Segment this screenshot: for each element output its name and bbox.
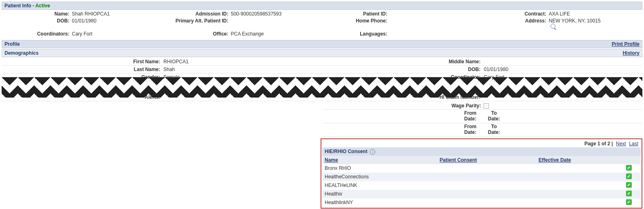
consent-patient-consent bbox=[437, 164, 536, 173]
value-home-phone bbox=[389, 18, 390, 30]
value-address: NEW YORK, NY, 10015 bbox=[548, 18, 601, 30]
consent-row: HealthlinkNY bbox=[322, 198, 641, 207]
profile-header: Profile Print Profile bbox=[2, 40, 642, 48]
to-date-1: ToDate: bbox=[488, 111, 500, 122]
history-link[interactable]: History bbox=[623, 50, 640, 56]
label-admission-id: Admission ID: bbox=[163, 11, 230, 17]
value-dob-2: 01/01/1980 bbox=[482, 66, 642, 73]
from-date-1: FromDate: bbox=[464, 111, 477, 122]
wage-parity-row: Wage Parity: bbox=[322, 102, 643, 110]
consent-row: Healthix bbox=[322, 190, 641, 198]
consent-row: HealtheConnections bbox=[322, 173, 641, 181]
consent-patient-consent bbox=[437, 173, 536, 181]
edit-icon[interactable] bbox=[626, 191, 632, 196]
patient-info-header: Patient Info - Active bbox=[2, 2, 642, 10]
value-coordinators: Cary Fort bbox=[71, 31, 92, 37]
patient-info-row-2: DOB: 01/01/1980 Primary Alt. Patient ID:… bbox=[2, 17, 642, 30]
info-col-dob: DOB: 01/01/1980 bbox=[4, 18, 163, 30]
edit-icon[interactable] bbox=[626, 173, 632, 179]
label-patient-id: Patient ID: bbox=[322, 11, 389, 17]
col-name[interactable]: Name bbox=[322, 156, 437, 164]
label-wage-parity: Wage Parity: bbox=[322, 103, 484, 109]
consent-effective-date bbox=[536, 181, 624, 190]
value-patient-id bbox=[389, 11, 390, 17]
edit-icon[interactable] bbox=[626, 165, 632, 171]
date-pair-1: FromDate: ToDate: bbox=[322, 110, 643, 123]
value-last-name: Shah bbox=[162, 66, 322, 73]
date-pair-2: FromDate: ToDate: bbox=[322, 123, 643, 137]
value-name: Shah RHIOPCA1 bbox=[71, 11, 110, 17]
info-col-home-phone: Home Phone: bbox=[322, 18, 481, 30]
info-col-blank bbox=[481, 31, 640, 37]
demographics-title: Demographics bbox=[4, 50, 38, 56]
value-contract: AXA LIFE bbox=[548, 11, 570, 17]
label-home-phone: Home Phone: bbox=[322, 18, 389, 30]
to-date-2: ToDate: bbox=[488, 124, 500, 136]
info-col-contract: Contract: AXA LIFE bbox=[481, 11, 640, 17]
pager-page: 1 of 2 bbox=[597, 141, 610, 147]
pager-next-link[interactable]: Next bbox=[616, 141, 626, 147]
consent-name: HealthlinkNY bbox=[322, 198, 437, 207]
info-col-languages: Languages: bbox=[322, 31, 481, 37]
profile-title: Profile bbox=[4, 41, 20, 47]
value-office: PCA Exchange bbox=[230, 31, 264, 37]
consent-title: HIE/RHIO Consent bbox=[325, 149, 368, 154]
label-middle-name: Middle Name: bbox=[322, 58, 482, 66]
consent-effective-date bbox=[536, 198, 624, 207]
label-contract: Contract: bbox=[481, 11, 548, 17]
consent-effective-date bbox=[536, 164, 624, 173]
demographics-header: Demographics History bbox=[2, 49, 642, 57]
from-date-2: FromDate: bbox=[464, 124, 477, 136]
consent-name: Healthix bbox=[322, 190, 437, 198]
value-address-text: NEW YORK, NY, 10015 bbox=[549, 18, 601, 24]
consent-name: HEALTHeLINK bbox=[322, 181, 437, 190]
print-profile-link[interactable]: Print Profile bbox=[612, 41, 640, 47]
edit-icon[interactable] bbox=[626, 199, 632, 205]
consent-panel-header: HIE/RHIO Consent i bbox=[322, 147, 641, 156]
label-office: Office: bbox=[163, 31, 230, 37]
value-first-name: RHIOPCA1 bbox=[162, 58, 322, 66]
edit-icon[interactable] bbox=[626, 182, 632, 188]
pager-last-link[interactable]: Last bbox=[629, 141, 638, 147]
label-dob-2: DOB: bbox=[322, 66, 482, 73]
label-first-name: First Name: bbox=[2, 58, 162, 66]
label-dob: DOB: bbox=[4, 18, 71, 30]
consent-pager: Page 1 of 2 | Next Last bbox=[322, 140, 641, 147]
wage-parity-block: Wage Parity: FromDate: ToDate: FromDate:… bbox=[2, 102, 642, 137]
status-dash: - bbox=[33, 3, 36, 9]
consent-patient-consent bbox=[437, 198, 536, 207]
patient-info-row-3: Coordinators: Cary Fort Office: PCA Exch… bbox=[2, 30, 642, 37]
info-col-admission: Admission ID: 500-900020598537593 bbox=[163, 11, 322, 17]
consent-row: Bronx RHIO bbox=[322, 164, 641, 173]
info-col-patient-id: Patient ID: bbox=[322, 11, 481, 17]
label-primary-alt-patient-id: Primary Alt. Patient ID: bbox=[163, 18, 230, 30]
consent-effective-date bbox=[536, 190, 624, 198]
label-last-name: Last Name: bbox=[2, 66, 162, 73]
patient-info-row-1: Name: Shah RHIOPCA1 Admission ID: 500-90… bbox=[2, 10, 642, 17]
consent-table: Name Patient Consent Effective Date Bron… bbox=[322, 156, 641, 207]
col-actions bbox=[624, 156, 641, 164]
pager-prefix: Page bbox=[584, 141, 597, 147]
redaction-zigzag bbox=[2, 77, 642, 98]
magnify-icon[interactable] bbox=[550, 24, 555, 29]
status-active: Active bbox=[36, 3, 50, 9]
label-languages: Languages: bbox=[322, 31, 389, 37]
info-col-office: Office: PCA Exchange bbox=[163, 31, 322, 37]
info-icon[interactable]: i bbox=[370, 149, 375, 155]
pager-sep: | bbox=[612, 141, 615, 147]
info-col-address: Address: NEW YORK, NY, 10015 bbox=[481, 18, 640, 30]
info-col-coordinators: Coordinators: Cary Fort bbox=[4, 31, 163, 37]
consent-effective-date bbox=[536, 173, 624, 181]
consent-name: HealtheConnections bbox=[322, 173, 437, 181]
consent-name: Bronx RHIO bbox=[322, 164, 437, 173]
value-dob: 01/01/1980 bbox=[71, 18, 96, 30]
value-primary-alt-patient-id bbox=[230, 18, 231, 30]
col-effective-date[interactable]: Effective Date bbox=[536, 156, 624, 164]
consent-row: HEALTHeLINK bbox=[322, 181, 641, 190]
demo-row-last-name: Last Name: Shah DOB: 01/01/1980 bbox=[2, 66, 642, 73]
wage-parity-checkbox[interactable] bbox=[484, 103, 489, 109]
col-patient-consent[interactable]: Patient Consent bbox=[437, 156, 536, 164]
label-name: Name: bbox=[4, 11, 71, 17]
info-col-primary-alt: Primary Alt. Patient ID: bbox=[163, 18, 322, 30]
label-address: Address: bbox=[481, 18, 548, 30]
